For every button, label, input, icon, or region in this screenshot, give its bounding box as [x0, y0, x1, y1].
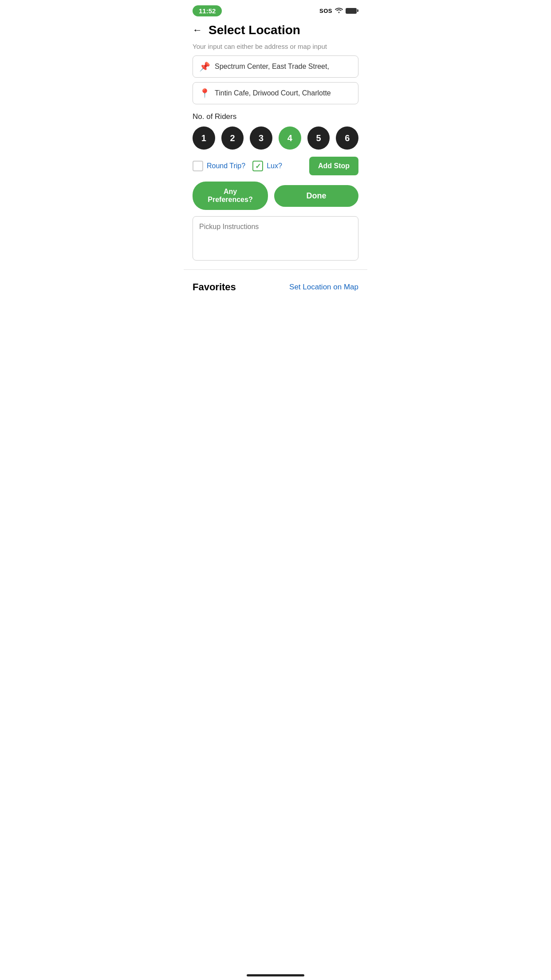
section-divider	[184, 269, 367, 270]
rider-btn-2[interactable]: 2	[221, 126, 244, 150]
rider-btn-6[interactable]: 6	[336, 126, 358, 150]
checkmark-icon: ✓	[255, 162, 261, 170]
action-row: Any Preferences? Done	[184, 182, 367, 216]
riders-label: No. of Riders	[184, 109, 367, 126]
riders-row: 1 2 3 4 5 6	[184, 126, 367, 157]
subtitle: Your input can either be address or map …	[184, 43, 367, 55]
rider-btn-4[interactable]: 4	[279, 126, 301, 150]
lux-checkbox[interactable]: ✓ Lux?	[252, 161, 282, 171]
status-time: 11:52	[193, 5, 222, 16]
dropoff-pin-icon: 📍	[199, 88, 210, 99]
preferences-button[interactable]: Any Preferences?	[193, 182, 268, 210]
status-bar: 11:52 SOS	[184, 0, 367, 20]
done-button[interactable]: Done	[274, 185, 358, 207]
header: ← Select Location	[184, 20, 367, 43]
set-location-link[interactable]: Set Location on Map	[289, 283, 358, 292]
pickup-value: Spectrum Center, East Trade Street,	[215, 63, 329, 71]
round-trip-label: Round Trip?	[207, 162, 245, 170]
battery-icon	[346, 8, 358, 14]
pickup-pin-icon: 📌	[199, 61, 210, 72]
pickup-instructions[interactable]	[193, 216, 358, 261]
lux-label: Lux?	[267, 162, 282, 170]
add-stop-button[interactable]: Add Stop	[309, 157, 358, 175]
wifi-icon	[335, 7, 343, 15]
rider-btn-5[interactable]: 5	[307, 126, 330, 150]
favorites-section: Favorites Set Location on Map	[184, 277, 367, 300]
rider-btn-1[interactable]: 1	[193, 126, 215, 150]
page-title: Select Location	[209, 23, 300, 37]
round-trip-checkbox[interactable]: Round Trip?	[193, 161, 245, 171]
lux-box[interactable]: ✓	[252, 161, 263, 171]
rider-btn-3[interactable]: 3	[250, 126, 272, 150]
status-right: SOS	[319, 7, 358, 15]
pickup-field[interactable]: 📌 Spectrum Center, East Trade Street,	[193, 55, 358, 78]
sos-indicator: SOS	[319, 8, 332, 14]
dropoff-field[interactable]: 📍 Tintin Cafe, Driwood Court, Charlottе	[193, 82, 358, 104]
dropoff-value: Tintin Cafe, Driwood Court, Charlottе	[215, 89, 331, 97]
round-trip-box[interactable]	[193, 161, 203, 171]
options-row: Round Trip? ✓ Lux? Add Stop	[184, 157, 367, 182]
favorites-title: Favorites	[193, 281, 236, 293]
back-button[interactable]: ←	[193, 24, 202, 36]
